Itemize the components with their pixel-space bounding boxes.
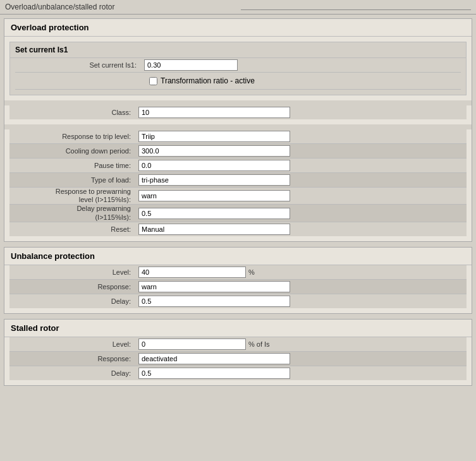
stalled-response-label: Response: [9, 354, 136, 363]
unbalance-delay-input[interactable] [138, 296, 290, 307]
set-current-subsection: Set current Is1 Set current Is1: Transfo… [9, 42, 467, 95]
transformation-value-cell: Transformation ratio - active [147, 75, 456, 87]
reset-input[interactable] [138, 224, 290, 235]
set-current-value-cell [142, 58, 461, 72]
reset-cell [136, 222, 467, 236]
cooling-label: Cooling down period: [9, 147, 136, 155]
unbalance-response-cell [136, 280, 467, 294]
set-current-form: Set current Is1: Transformation ratio - … [15, 58, 461, 90]
set-current-label: Set current Is1: [15, 61, 142, 69]
unbalance-response-label: Response: [9, 282, 136, 291]
delay-prewarning-cell [136, 207, 467, 220]
prewarning-response-row: Response to prewarninglevel (I>115%Is): [9, 188, 467, 205]
pause-row: Pause time: [9, 159, 467, 173]
type-load-row: Type of load: [9, 173, 467, 188]
unbalance-protection-title: Unbalance protection [4, 248, 472, 265]
stalled-level-cell: % of Is [136, 337, 467, 351]
stalled-rotor-form: Level: % of Is Response: Delay: [9, 337, 467, 380]
prewarning-response-cell [136, 189, 467, 203]
stalled-level-input[interactable] [138, 338, 246, 350]
cooling-cell [136, 144, 467, 158]
type-load-label: Type of load: [9, 176, 136, 184]
prewarning-response-label: Response to prewarninglevel (I>115%Is): [9, 188, 136, 204]
stalled-level-label: Level: [9, 340, 136, 349]
pause-label: Pause time: [9, 161, 136, 170]
stalled-response-cell [136, 352, 467, 366]
stalled-delay-cell [136, 366, 467, 380]
main-container: Overload protection Set current Is1 Set … [0, 15, 476, 395]
transformation-ratio-row: Transformation ratio - active [15, 73, 461, 90]
transformation-ratio-label: Transformation ratio - active [161, 76, 255, 85]
stalled-unit: % of Is [248, 340, 270, 348]
cooling-input[interactable] [138, 145, 290, 157]
overload-protection-title: Overload protection [4, 19, 472, 37]
unbalance-unit: % [248, 268, 255, 276]
unbalance-level-cell: % [136, 265, 467, 279]
stalled-delay-label: Delay: [9, 369, 136, 378]
stalled-level-row: Level: % of Is [9, 337, 467, 352]
unbalance-level-input[interactable] [138, 266, 246, 278]
title-text: Overload/unbalance/stalled rotor [5, 3, 236, 11]
response-trip-cell [136, 129, 467, 143]
set-current-title: Set current Is1 [10, 42, 466, 58]
unbalance-form: Level: % Response: Delay: [9, 265, 467, 308]
class-row: Class: [9, 105, 467, 119]
delay-prewarning-input[interactable] [138, 208, 290, 219]
stalled-rotor-title: Stalled rotor [4, 320, 472, 337]
separator1 [4, 100, 472, 105]
settings-form: Response to trip level: Cooling down per… [9, 129, 467, 236]
prewarning-response-input[interactable] [138, 190, 290, 201]
response-trip-input[interactable] [138, 131, 290, 142]
separator2 [4, 124, 472, 129]
set-current-input[interactable] [144, 59, 238, 71]
unbalance-delay-label: Delay: [9, 297, 136, 306]
unbalance-protection-section: Unbalance protection Level: % Response: … [4, 247, 472, 314]
unbalance-level-row: Level: % [9, 265, 467, 280]
stalled-rotor-section: Stalled rotor Level: % of Is Response: D… [4, 319, 472, 386]
pause-cell [136, 159, 467, 172]
delay-prewarning-row: Delay prewarning(I>115%Is): [9, 205, 467, 222]
stalled-delay-row: Delay: [9, 366, 467, 380]
unbalance-delay-row: Delay: [9, 294, 467, 308]
reset-label: Reset: [9, 225, 136, 234]
class-input[interactable] [138, 107, 290, 118]
set-current-row: Set current Is1: [15, 58, 461, 73]
class-value-cell [136, 105, 467, 119]
unbalance-level-label: Level: [9, 268, 136, 277]
stalled-response-row: Response: [9, 352, 467, 366]
pause-input[interactable] [138, 160, 290, 171]
cooling-row: Cooling down period: [9, 144, 467, 159]
reset-row: Reset: [9, 222, 467, 236]
unbalance-response-input[interactable] [138, 281, 290, 292]
stalled-delay-input[interactable] [138, 368, 290, 379]
delay-prewarning-label: Delay prewarning(I>115%Is): [9, 205, 136, 221]
title-bar: Overload/unbalance/stalled rotor [0, 0, 476, 15]
overload-protection-section: Overload protection Set current Is1 Set … [4, 18, 472, 242]
unbalance-response-row: Response: [9, 280, 467, 294]
unbalance-delay-cell [136, 294, 467, 308]
response-trip-label: Response to trip level: [9, 132, 136, 141]
class-label: Class: [9, 108, 136, 117]
stalled-response-input[interactable] [138, 353, 290, 364]
response-trip-row: Response to trip level: [9, 129, 467, 144]
type-load-input[interactable] [138, 174, 290, 186]
type-load-cell [136, 173, 467, 187]
transformation-ratio-checkbox[interactable] [149, 77, 157, 85]
class-form: Class: [9, 105, 467, 119]
